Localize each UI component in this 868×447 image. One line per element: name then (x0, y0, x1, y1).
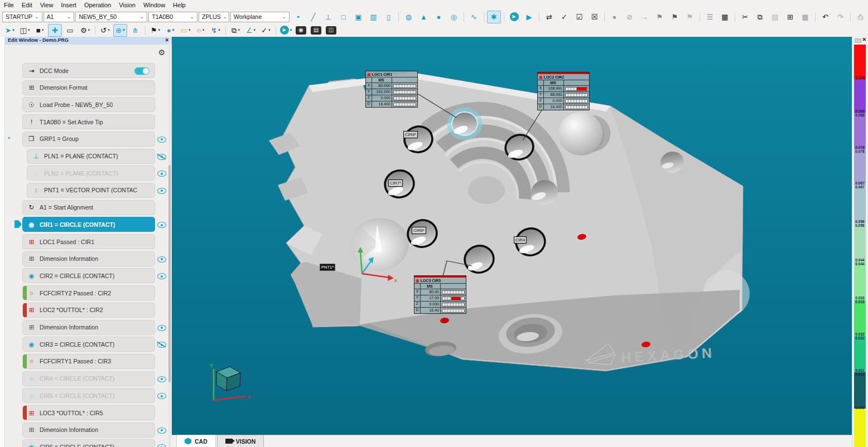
break-icon[interactable]: ⊘ (623, 11, 636, 23)
dropdown-startup[interactable]: STARTUP⌄ (2, 12, 42, 22)
close-icon[interactable]: ✕ (862, 37, 866, 42)
eye-icon[interactable] (157, 393, 166, 399)
tab-vision[interactable]: VISION (217, 435, 264, 447)
program-item-loc3[interactable]: ⊞LOC3 *OUTTOL* : CIR5 (22, 405, 155, 420)
menu-edit[interactable]: Edit (18, 1, 36, 9)
eye-off-icon[interactable] (157, 154, 166, 160)
dropdown-alignment[interactable]: A1⌄ (44, 12, 75, 22)
report-window-icon[interactable]: ▦ (718, 11, 732, 23)
line-icon[interactable]: ╱ (306, 11, 320, 23)
execute-mini-icon[interactable]: ▶▾ (279, 24, 293, 37)
pan-icon[interactable]: ✚ (48, 24, 62, 37)
program-item-grp1[interactable]: ❒GRP1 = Group (22, 132, 155, 147)
cone-icon[interactable]: ▲ (417, 11, 431, 23)
redo-icon[interactable]: ↷ (833, 11, 847, 23)
dcc-mode-toggle[interactable] (134, 67, 150, 75)
summary-grid-icon[interactable]: ▦ (798, 11, 812, 23)
program-item-cir2[interactable]: ◉CIR2 = CIRCLE (CONTACT) (22, 268, 155, 283)
rectangle-tool-icon[interactable]: ▭▾ (179, 24, 192, 37)
copy-icon[interactable]: ⧉ (753, 11, 767, 23)
program-item-cir4[interactable]: ◉CIR4 = CIRCLE (CONTACT) (22, 371, 155, 386)
execute-icon[interactable]: ▶ (507, 11, 521, 23)
solid-view-icon[interactable]: ■▾ (33, 24, 47, 37)
program-item-t1a0b0[interactable]: !T1A0B0 = Set Active Tip (22, 114, 155, 129)
probe-angles-icon[interactable]: ∠▾ (244, 24, 258, 37)
program-item-a1[interactable]: ↻A1 = Start Alignment (22, 200, 155, 215)
eye-icon[interactable] (157, 171, 166, 177)
scale-grip[interactable] (855, 38, 861, 43)
cylinder-icon[interactable]: ◍ (402, 11, 416, 23)
sphere-icon[interactable]: ● (432, 11, 446, 23)
paste-icon[interactable]: ▤ (768, 11, 782, 23)
program-item-fcfcirty1[interactable]: ○FCFCIRTY1 Passed : CIR3 (22, 354, 155, 369)
program-item-dimension[interactable]: ⊞Dimension Information (22, 422, 155, 438)
menu-vision[interactable]: Vision (115, 1, 139, 9)
program-item-fcfcirty2[interactable]: ○FCFCIRTY2 Passed : CIR2 (22, 285, 155, 300)
square-slot-icon[interactable]: ▥ (367, 11, 380, 23)
menu-insert[interactable]: Insert (57, 1, 80, 9)
snapshot-camera-icon[interactable]: ◉ (294, 24, 308, 37)
translate-icon[interactable]: ⊕▾ (113, 24, 127, 37)
probe-path-icon[interactable]: ⋔ (128, 24, 142, 37)
eye-off-icon[interactable] (157, 342, 166, 348)
eye-icon[interactable] (157, 222, 166, 228)
auto-feature-icon[interactable]: ✱ (487, 11, 501, 23)
eye-icon[interactable] (157, 256, 166, 263)
program-item-dimension[interactable]: ⊞Dimension Information (22, 320, 155, 335)
cad-viewport[interactable]: HEXAGON x Y X ▣LOC1 CIR1MSX80.000Y101.00… (172, 37, 852, 435)
path-tool-icon[interactable]: ↯▾ (209, 24, 223, 37)
eye-icon[interactable] (157, 444, 166, 447)
program-item-loc1[interactable]: ⊞LOC1 Passed : CIR1 (22, 234, 155, 249)
dropdown-tip[interactable]: T1A0B0⌄ (148, 12, 197, 22)
bookmark-icon[interactable]: ⚑ (653, 11, 667, 23)
dropdown-probe[interactable]: NEW5_BY_50⌄ (75, 12, 147, 22)
loop-icon[interactable]: ⇄ (542, 11, 556, 23)
eye-icon[interactable] (157, 427, 166, 434)
scrollbar-thumb[interactable] (168, 165, 171, 382)
stop-icon[interactable]: ● (607, 11, 621, 23)
report-chip-1-icon[interactable]: ▤ (309, 24, 323, 37)
round-slot-icon[interactable]: ▣ (351, 11, 365, 23)
cut-icon[interactable]: ✂ (738, 11, 752, 23)
gear-icon[interactable]: ⚙ (158, 48, 165, 57)
goto-icon[interactable]: → (638, 11, 652, 23)
mark-icon[interactable]: ✓ (557, 11, 571, 23)
menu-help[interactable]: Help (169, 1, 190, 9)
execute-feature-icon[interactable]: ▶ (522, 11, 536, 23)
program-item-pnt1[interactable]: ↕PNT1 = VECTOR POINT (CONTAC (27, 183, 155, 198)
undo-icon[interactable]: ↶ (818, 11, 832, 23)
program-item-cir1[interactable]: ◉CIR1 = CIRCLE (CONTACT) (22, 217, 155, 232)
program-item-cir5[interactable]: ◉CIR5 = CIRCLE (CONTACT) (22, 388, 155, 403)
curve-icon[interactable]: ∿ (467, 11, 481, 23)
tab-cad[interactable]: CAD (176, 435, 216, 447)
circle-tool-icon[interactable]: ○▾ (194, 24, 208, 37)
report-chip-2-icon[interactable]: ◫ (324, 24, 338, 37)
edit-window-titlebar[interactable]: Edit Window - Demo.PRG ✕ (5, 37, 172, 45)
menu-view[interactable]: View (36, 1, 57, 9)
plane-icon[interactable]: ⊥ (321, 11, 335, 23)
menu-file[interactable]: File (0, 1, 18, 9)
feature-appearance-icon[interactable]: ⚑▾ (148, 24, 162, 37)
dropdown-workplane-axis[interactable]: ZPLUS⌄ (199, 12, 229, 22)
menu-window[interactable]: Window (139, 1, 169, 9)
bookmark-next-icon[interactable]: ⚑ (668, 11, 682, 23)
bookmark-clear-icon[interactable]: ⚑ (683, 11, 697, 23)
program-item-cir3[interactable]: ◉CIR3 = CIRCLE (CONTACT) (22, 337, 155, 352)
expand-caret-icon[interactable]: ▾ (8, 135, 10, 140)
menu-operation[interactable]: Operation (80, 1, 115, 9)
program-item-dimension[interactable]: ⊞Dimension Format (22, 80, 155, 95)
circle-feature-icon[interactable]: □ (336, 11, 350, 23)
eye-icon[interactable] (157, 137, 166, 143)
program-item-pln2[interactable]: ⊥PLN2 = PLANE (CONTACT) (27, 166, 155, 181)
program-item-pln1[interactable]: ⊥PLN1 = PLANE (CONTACT) (27, 149, 155, 164)
eye-icon[interactable] (157, 376, 166, 382)
probe-options-icon[interactable]: ⚙▾ (78, 24, 92, 37)
point-icon[interactable]: • (291, 11, 305, 23)
view-orientation-icon[interactable]: ➤▾ (3, 24, 17, 37)
program-item-load[interactable]: ☉Load Probe - NEW5_BY_50 (22, 97, 155, 112)
torus-icon[interactable]: ◎ (447, 11, 461, 23)
cad-3d-view[interactable]: HEXAGON x Y X (172, 37, 852, 435)
comment-icon[interactable]: ▭ (63, 24, 77, 37)
dropdown-workplane[interactable]: Workplane⌄ (230, 12, 290, 22)
print-icon[interactable]: ⎙ (853, 11, 867, 23)
